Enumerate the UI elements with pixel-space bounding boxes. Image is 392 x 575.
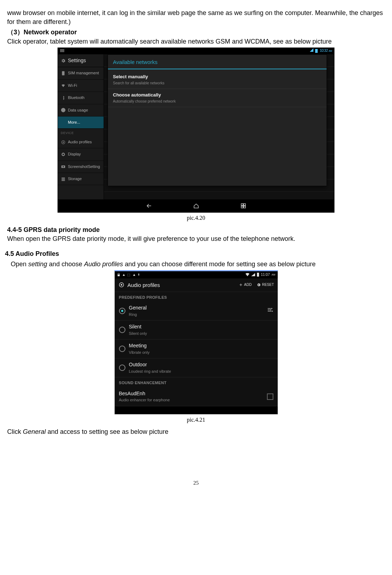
- plus-icon: [239, 283, 243, 287]
- dialog-option-choose-auto[interactable]: Choose automatically Automatically choos…: [108, 89, 327, 107]
- profile-general[interactable]: General Ring: [115, 302, 278, 321]
- svg-point-20: [270, 309, 271, 310]
- dialog-option-select-manually[interactable]: Select manually Search for all available…: [108, 71, 327, 89]
- caption-2: pic.4.21: [7, 416, 385, 424]
- profile-title: Silent: [129, 323, 147, 331]
- svg-rect-12: [241, 204, 243, 205]
- sidebar-item-label: Display: [68, 152, 81, 157]
- back-button[interactable]: [145, 203, 153, 209]
- profile-outdoor[interactable]: Outdoor Loudest ring and vibrate: [115, 358, 278, 377]
- sliders-icon: [267, 307, 273, 313]
- page-number: 25: [7, 479, 385, 487]
- status-ampm: AM: [329, 50, 332, 52]
- signal-icon: [251, 273, 255, 276]
- home-button[interactable]: [192, 203, 200, 209]
- enhance-subtitle: Audio enhancer for earphone: [119, 397, 170, 403]
- sidebar-item-label: ScreenshotSetting: [68, 164, 100, 169]
- status-ampm: AM: [272, 273, 276, 277]
- svg-point-3: [63, 142, 64, 143]
- battery-icon: [257, 273, 259, 277]
- audio-profiles-header: Audio profiles ADD RESET: [115, 278, 278, 292]
- signal-icon: [310, 48, 313, 53]
- dialog-option-subtitle: Search for all available networks: [113, 81, 322, 86]
- sidebar-item-wifi[interactable]: Wi-Fi: [58, 80, 104, 92]
- svg-rect-1: [62, 71, 65, 75]
- settings-sidebar: Settings SIM management Wi-Fi Bluetooth …: [58, 54, 104, 199]
- radio-icon[interactable]: [119, 346, 125, 352]
- status-icon: ⬚: [127, 273, 130, 277]
- profile-silent[interactable]: Silent Silent only: [115, 321, 278, 339]
- sidebar-item-storage[interactable]: Storage: [58, 173, 104, 185]
- svg-rect-14: [241, 206, 243, 208]
- wifi-icon: [61, 83, 66, 88]
- sidebar-item-label: Audio profiles: [68, 139, 92, 145]
- profile-settings-button[interactable]: [267, 307, 273, 316]
- status-left-icon: [60, 49, 64, 52]
- profile-title: Outdoor: [129, 361, 171, 368]
- status-left-icons: ▲ ⬚ ▲ ⬇: [117, 272, 140, 277]
- sim-icon: [61, 71, 66, 76]
- status-time: 11:07: [261, 272, 270, 277]
- sidebar-item-display[interactable]: Display: [58, 148, 104, 160]
- radio-icon[interactable]: [119, 308, 125, 314]
- profile-title: General: [129, 304, 147, 312]
- status-icon: ▲: [122, 272, 126, 277]
- sidebar-item-label: SIM management: [68, 70, 99, 76]
- audio-heading: 4.5 Audio Profiles: [5, 249, 385, 258]
- bluetooth-icon: [61, 95, 66, 100]
- checkbox[interactable]: [267, 393, 273, 400]
- gprs-heading: 4.4-5 GPRS data priority mode: [7, 226, 100, 233]
- sidebar-item-sim[interactable]: SIM management: [58, 67, 104, 79]
- profile-subtitle: Silent only: [129, 331, 147, 336]
- dialog-option-title: Choose automatically: [113, 92, 322, 98]
- radio-icon[interactable]: [119, 365, 125, 371]
- svg-rect-16: [118, 274, 120, 276]
- enhance-title: BesAudEnh: [119, 390, 170, 397]
- svg-rect-10: [61, 179, 65, 179]
- svg-point-6: [63, 154, 64, 155]
- audio-icon: [118, 282, 125, 288]
- reset-icon: [257, 283, 261, 287]
- sidebar-title-row[interactable]: Settings: [58, 54, 104, 68]
- svg-point-21: [272, 311, 273, 312]
- profile-meeting[interactable]: Meeting Vibrate only: [115, 339, 278, 358]
- camera-icon: [61, 164, 66, 169]
- enhance-besaudenh[interactable]: BesAudEnh Audio enhancer for earphone: [115, 387, 278, 406]
- sidebar-item-screenshot[interactable]: ScreenshotSetting: [58, 161, 104, 173]
- display-icon: [61, 152, 66, 157]
- profile-subtitle: Vibrate only: [129, 350, 150, 355]
- status-bar: ▲ ⬚ ▲ ⬇ 11:07 AM: [115, 271, 278, 278]
- battery-icon: [315, 49, 318, 53]
- sidebar-item-data-usage[interactable]: Data usage: [58, 104, 104, 117]
- recent-apps-button[interactable]: [239, 203, 247, 209]
- svg-point-19: [271, 308, 272, 309]
- sidebar-item-label: Storage: [68, 176, 82, 182]
- audio-icon: [61, 140, 66, 145]
- profile-subtitle: Loudest ring and vibrate: [129, 369, 171, 374]
- sidebar-item-more[interactable]: More...: [58, 117, 104, 129]
- section-sound-enhancement: SOUND ENHANCEMENT: [115, 377, 278, 387]
- add-label: ADD: [244, 282, 252, 287]
- sidebar-item-bluetooth[interactable]: Bluetooth: [58, 92, 104, 104]
- status-time: 10:32: [320, 49, 328, 53]
- sidebar-item-audio-profiles[interactable]: Audio profiles: [58, 136, 104, 148]
- section-predefined: PREDEFINED PROFILES: [115, 292, 278, 302]
- section3-heading: （3）Network operator: [7, 29, 77, 36]
- final-sentence: Click General and access to setting see …: [7, 427, 385, 436]
- status-icon: ▲: [132, 272, 136, 277]
- svg-rect-9: [61, 178, 65, 178]
- available-networks-dialog: Available networks Select manually Searc…: [108, 54, 327, 186]
- status-right: 11:07 AM: [245, 272, 276, 277]
- status-icon: ⬇: [138, 273, 140, 277]
- storage-icon: [61, 177, 66, 182]
- reset-button[interactable]: RESET: [257, 282, 274, 287]
- add-button[interactable]: ADD: [239, 282, 252, 287]
- dialog-title: Available networks: [108, 55, 327, 69]
- svg-point-8: [63, 166, 64, 168]
- svg-rect-11: [61, 180, 65, 181]
- radio-icon[interactable]: [119, 327, 125, 333]
- data-usage-icon: [61, 108, 66, 113]
- sidebar-item-label: Bluetooth: [68, 95, 84, 100]
- dialog-option-title: Select manually: [113, 74, 322, 80]
- svg-point-2: [61, 108, 65, 112]
